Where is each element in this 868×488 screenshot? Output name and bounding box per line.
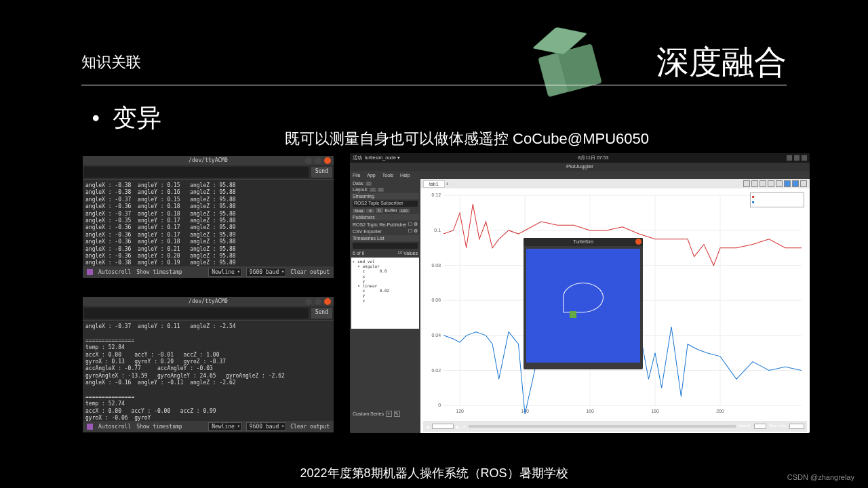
- time-toolbar: ◀ 213.509 ▶ ↺ Speed: 1.0 Step size: 1.00: [423, 421, 807, 432]
- window-title-bar: /dev/ttyACM0: [83, 297, 334, 306]
- watermark: CSDN @zhangrelay: [787, 473, 854, 481]
- divider: [81, 85, 787, 85]
- autoscroll-label: Autoscroll: [98, 424, 131, 430]
- svg-text:180: 180: [651, 408, 659, 413]
- serial-monitor-2: /dev/ttyACM0 Send angleX : -0.37 angleY …: [83, 297, 334, 432]
- volume-icon[interactable]: [794, 155, 800, 161]
- csv-exporter-label: CSV Exporter: [353, 229, 382, 234]
- menubar: File App Tools Help: [350, 171, 810, 179]
- serial-input[interactable]: [84, 308, 309, 319]
- close-icon[interactable]: [635, 239, 642, 245]
- baud-select[interactable]: 9600 baud: [246, 268, 286, 277]
- prev-button[interactable]: ◀: [426, 424, 429, 429]
- activities-label[interactable]: 活动: [353, 155, 362, 161]
- count-label: 6 of 6: [353, 251, 365, 256]
- section-label: 知识关联: [81, 52, 141, 73]
- tool-split-icon[interactable]: [800, 180, 807, 187]
- step-input[interactable]: 1.00: [789, 424, 804, 429]
- clock-label: 8月11日 07:53: [400, 155, 787, 161]
- tool-link-icon[interactable]: [792, 180, 799, 187]
- bullet-item: 变异: [92, 102, 161, 135]
- svg-text:0.08: 0.08: [431, 263, 441, 268]
- turtle-path: [563, 283, 604, 312]
- minimize-icon[interactable]: [305, 298, 312, 305]
- data-open-button[interactable]: □: [366, 182, 372, 186]
- custom-series-row: Custom Series + ✎: [350, 409, 403, 418]
- speed-label: Speed:: [738, 424, 751, 429]
- network-icon[interactable]: [787, 155, 792, 161]
- step-label: Step size:: [769, 424, 787, 429]
- clear-output-button[interactable]: Clear output: [290, 269, 330, 275]
- line-ending-select[interactable]: Newline: [208, 422, 242, 431]
- tool-fit-icon[interactable]: [768, 180, 774, 187]
- serial-input[interactable]: [84, 167, 309, 178]
- maximize-icon[interactable]: [315, 298, 321, 305]
- stream-restart-button[interactable]: ↻: [376, 208, 383, 213]
- maximize-icon[interactable]: [315, 157, 321, 164]
- serial-monitor-1: /dev/ttyACM0 Send angleX : -0.38 angleY …: [83, 156, 334, 278]
- svg-text:0.04: 0.04: [431, 333, 441, 338]
- autoscroll-checkbox[interactable]: [87, 269, 93, 275]
- turtlesim-title-bar: TurtleSim: [524, 238, 643, 246]
- add-series-button[interactable]: +: [386, 411, 392, 417]
- subtitle: 既可以测量自身也可以做体感遥控 CoCube@MPU6050: [285, 129, 649, 149]
- play-button[interactable]: ▶: [456, 424, 460, 429]
- values-label: Values: [403, 251, 418, 256]
- tool-select-icon[interactable]: [784, 180, 791, 187]
- stream-stop-button[interactable]: Stop: [353, 209, 365, 213]
- timeseries-header: Timeseries List: [351, 235, 419, 241]
- close-icon[interactable]: [324, 298, 331, 305]
- filter-input[interactable]: [353, 243, 418, 249]
- svg-text:160: 160: [586, 408, 594, 413]
- minimize-icon[interactable]: [305, 157, 312, 164]
- slide-footer: 2022年度第8期机器人操作系统（ROS）暑期学校: [0, 465, 868, 481]
- time-slider[interactable]: [469, 425, 736, 428]
- menu-file[interactable]: File: [353, 173, 360, 178]
- svg-text:0.12: 0.12: [431, 192, 441, 198]
- stream-pause-button[interactable]: ⏸: [366, 209, 374, 213]
- send-button[interactable]: Send: [311, 167, 332, 178]
- tool-zoom-icon[interactable]: [751, 180, 758, 187]
- timestamp-label: Show timestamp: [136, 269, 182, 275]
- turtlesim-canvas: [526, 249, 640, 363]
- sidebar: Data:□ Layout:□□ Streaming ROS2 Topic Su…: [350, 179, 420, 433]
- menu-help[interactable]: Help: [400, 173, 410, 178]
- svg-text:0.02: 0.02: [431, 367, 441, 373]
- layout-label: Layout:: [353, 187, 368, 192]
- tool-crosshair-icon[interactable]: [743, 180, 750, 187]
- legend: /turtle1/cmd_vel/angular/z /turtle1/cmd_…: [750, 192, 804, 207]
- tool-move-icon[interactable]: [760, 180, 766, 187]
- svg-text:200: 200: [716, 408, 724, 413]
- plot-tab[interactable]: tab1: [423, 180, 445, 188]
- process-label[interactable]: turtlesim_node ▾: [365, 155, 400, 161]
- serial-output: angleX : -0.38 angleY : 0.15 angleZ : 95…: [83, 180, 334, 269]
- layout-open-button[interactable]: □: [370, 188, 376, 192]
- menu-tools[interactable]: Tools: [382, 173, 393, 178]
- legend-entry-angular: /turtle1/cmd_vel/angular/z: [752, 195, 802, 200]
- edit-series-button[interactable]: ✎: [394, 411, 400, 417]
- layout-save-button[interactable]: □: [378, 188, 384, 192]
- close-icon[interactable]: [324, 157, 331, 164]
- speed-input[interactable]: 1.0: [754, 424, 766, 429]
- cocube-icon: [529, 27, 604, 102]
- autoscroll-checkbox[interactable]: [87, 424, 93, 430]
- turtle-icon: [570, 311, 576, 318]
- legend-entry-linear: /turtle1/cmd_vel/linear/x: [752, 200, 802, 205]
- tool-grid-icon[interactable]: [776, 180, 783, 187]
- cursor-time[interactable]: 213.509: [432, 424, 454, 429]
- timeseries-tree[interactable]: ▸ cmd_vel ▾ angular z 0.0 x y ▾ linear x…: [351, 258, 419, 329]
- loop-button[interactable]: ↺: [462, 424, 466, 429]
- autoscroll-label: Autoscroll: [98, 269, 131, 275]
- power-icon[interactable]: [802, 155, 807, 161]
- baud-select[interactable]: 9600 baud: [246, 422, 286, 431]
- clear-output-button[interactable]: Clear output: [290, 424, 330, 430]
- menu-app[interactable]: App: [367, 173, 375, 178]
- plotjuggler-window: 活动 turtlesim_node ▾ 8月11日 07:53 PlotJugg…: [350, 153, 810, 433]
- line-ending-select[interactable]: Newline: [208, 268, 242, 277]
- send-button[interactable]: Send: [311, 308, 332, 319]
- subscriber-select[interactable]: ROS2 Topic Subscriber: [353, 201, 418, 207]
- add-tab-button[interactable]: +: [446, 182, 449, 186]
- buffer-label: Buffer: [384, 208, 397, 213]
- buffer-input[interactable]: 100: [399, 209, 410, 213]
- window-title-bar: /dev/ttyACM0: [83, 156, 334, 165]
